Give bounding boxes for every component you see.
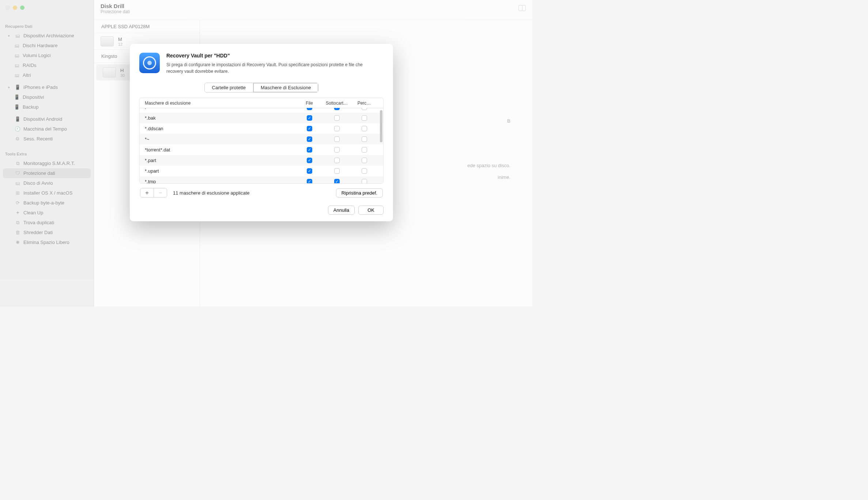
table-row[interactable]: *.part ✓ [140,155,383,166]
table-header: Maschere di esclusione File Sottocart… P… [139,98,384,108]
table-row[interactable]: *.ddscan ✓ [140,123,383,134]
checkbox[interactable] [334,126,340,131]
exclusion-table: . ✓ ✓ *.bak ✓ *.ddscan ✓ *~ ✓ *torrent*.… [139,108,384,184]
table-row[interactable]: *.upart ✓ [140,166,383,176]
checkbox[interactable]: ✓ [307,126,312,131]
table-row[interactable]: *.tmp ✓ ✓ [140,176,383,183]
table-row[interactable]: . ✓ ✓ [140,108,383,113]
scrollbar[interactable] [380,110,382,142]
tab-protected-folders[interactable]: Cartelle protette [205,83,253,92]
dialog-title: Recovery Vault per "HDD" [166,53,371,59]
vault-icon [139,53,160,73]
checkbox[interactable] [334,115,340,121]
checkbox[interactable]: ✓ [307,158,312,163]
col-subfolder: Sottocart… [320,101,353,106]
checkbox[interactable]: ✓ [334,179,340,183]
mask-cell: *torrent*.dat [145,147,298,153]
table-row[interactable]: *~ ✓ [140,134,383,144]
col-mask: Maschere di esclusione [145,101,298,106]
add-remove-group: ＋ － [140,188,167,198]
mask-cell: *.bak [145,115,298,121]
checkbox[interactable]: ✓ [307,108,312,110]
checkbox[interactable]: ✓ [307,147,312,153]
mask-cell: . [145,108,298,110]
col-path: Perc… [353,101,375,106]
checkbox[interactable] [334,158,340,163]
remove-mask-button[interactable]: － [154,188,167,197]
cancel-button[interactable]: Annulla [328,206,355,215]
checkbox[interactable] [362,168,367,174]
checkbox[interactable] [362,108,367,110]
checkbox[interactable] [334,168,340,174]
checkbox[interactable] [362,126,367,131]
recovery-vault-dialog: Recovery Vault per "HDD" Si prega di con… [130,44,393,221]
mask-cell: *.ddscan [145,126,298,131]
table-row[interactable]: *.bak ✓ [140,113,383,123]
mask-cell: *.tmp [145,179,298,183]
checkbox[interactable]: ✓ [307,136,312,142]
mask-cell: *~ [145,136,298,142]
mask-cell: *.part [145,158,298,163]
checkbox[interactable] [362,158,367,163]
checkbox[interactable]: ✓ [334,108,340,110]
checkbox[interactable]: ✓ [307,179,312,183]
checkbox[interactable] [362,115,367,121]
dialog-description: Si prega di configurare le impostazioni … [166,61,371,75]
checkbox[interactable] [362,179,367,183]
checkbox[interactable] [334,147,340,153]
table-row[interactable]: *torrent*.dat ✓ [140,144,383,155]
ok-button[interactable]: OK [358,206,384,215]
col-file: File [298,101,320,106]
checkbox[interactable] [362,147,367,153]
tab-exclusion-masks[interactable]: Maschere di Esclusione [253,83,318,92]
tab-segmented-control: Cartelle protette Maschere di Esclusione [204,83,319,93]
checkbox[interactable] [334,136,340,142]
checkbox[interactable]: ✓ [307,168,312,174]
mask-count-label: 11 maschere di esclusione applicate [173,190,250,196]
add-mask-button[interactable]: ＋ [140,188,154,197]
checkbox[interactable]: ✓ [307,115,312,121]
mask-cell: *.upart [145,168,298,174]
checkbox[interactable] [362,136,367,142]
reset-defaults-button[interactable]: Ripristina predef. [336,188,383,198]
